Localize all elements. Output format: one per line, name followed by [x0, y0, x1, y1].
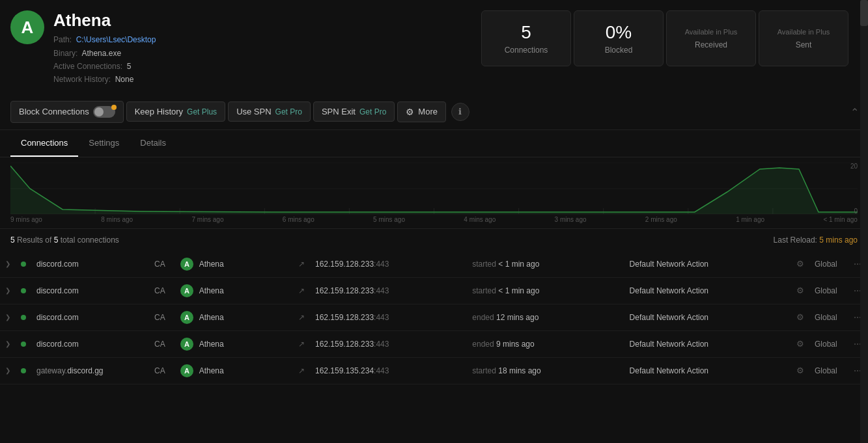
- event-cell: ended 12 mins ago: [467, 304, 624, 330]
- stat-blocked-label: Blocked: [605, 46, 633, 55]
- table-row: ❯ discord.com CA A Athena ↗ 162.159.128.…: [0, 330, 868, 357]
- block-connections-label: Block Connections: [19, 107, 89, 116]
- country-cell: CA: [149, 251, 175, 278]
- scope-cell: Global: [809, 251, 848, 278]
- scrollbar-track[interactable]: [860, 0, 868, 443]
- event-cell: started 18 mins ago: [467, 357, 624, 384]
- ip-cell: 162.159.128.233:443: [310, 304, 467, 330]
- expand-cell[interactable]: ❯: [0, 357, 16, 384]
- spn-exit-label: SPN Exit: [322, 107, 356, 116]
- scope-cell: Global: [809, 357, 848, 384]
- ip-address: 162.159.128.233: [315, 260, 374, 269]
- expand-cell[interactable]: ❯: [0, 277, 16, 304]
- app-header: A Athena Path: C:\Users\Lsec\Desktop Bin…: [0, 0, 868, 94]
- domain-cell: discord.com: [31, 251, 149, 278]
- chart-label-9: 9 mins ago: [10, 216, 42, 223]
- expand-cell[interactable]: ❯: [0, 304, 16, 330]
- domain-cell: gateway.discord.gg: [31, 357, 149, 384]
- expand-cell[interactable]: ❯: [0, 251, 16, 278]
- tab-settings[interactable]: Settings: [78, 130, 130, 157]
- action-text: Default Network Action: [630, 340, 708, 349]
- connections-table: ❯ discord.com CA A Athena ↗ 162.159.128.…: [0, 251, 868, 384]
- ip-cell: 162.159.128.233:443: [310, 277, 467, 304]
- table-row: ❯ discord.com CA A Athena ↗ 162.159.128.…: [0, 304, 868, 330]
- port: :443: [374, 340, 389, 349]
- more-button[interactable]: ⚙ More: [397, 101, 446, 122]
- scrollbar-thumb[interactable]: [860, 0, 868, 26]
- use-spn-sub: Get Pro: [275, 107, 302, 116]
- chart-label-1: 1 min ago: [736, 216, 764, 223]
- action-text: Default Network Action: [630, 366, 708, 375]
- status-cell: [16, 357, 31, 384]
- country-cell: CA: [149, 330, 175, 357]
- table-row: ❯ discord.com CA A Athena ↗ 162.159.128.…: [0, 251, 868, 278]
- settings-cell[interactable]: ⚙: [791, 357, 809, 384]
- scope-cell: Global: [809, 304, 848, 330]
- process-cell: A Athena: [175, 277, 293, 304]
- settings-cell[interactable]: ⚙: [791, 330, 809, 357]
- status-cell: [16, 304, 31, 330]
- scope-cell: Global: [809, 277, 848, 304]
- port: :443: [374, 366, 389, 375]
- table-row: ❯ discord.com CA A Athena ↗ 162.159.128.…: [0, 277, 868, 304]
- ip-cell: 162.159.128.233:443: [310, 330, 467, 357]
- settings-cell[interactable]: ⚙: [791, 304, 809, 330]
- keep-history-sub: Get Plus: [187, 107, 217, 116]
- chart-x-labels: 9 mins ago 8 mins ago 7 mins ago 6 mins …: [10, 215, 858, 226]
- event-time: 12 mins ago: [496, 313, 539, 322]
- toggle-dot: [111, 105, 117, 110]
- chart-svg: [10, 163, 858, 215]
- chart-label-7: 7 mins ago: [192, 216, 224, 223]
- history-value: None: [115, 75, 134, 84]
- info-icon: ℹ: [458, 107, 462, 116]
- process-name: Athena: [199, 313, 224, 322]
- status-dot: [21, 368, 26, 373]
- domain-cell: discord.com: [31, 304, 149, 330]
- tab-connections[interactable]: Connections: [10, 130, 78, 157]
- connections-label: Active Connections:: [53, 62, 122, 71]
- settings-cell[interactable]: ⚙: [791, 277, 809, 304]
- toolbar: Block Connections Keep History Get Plus …: [0, 94, 868, 130]
- stats-area: 5 Connections 0% Blocked Available in Pl…: [481, 10, 848, 66]
- chart-container: 9 mins ago 8 mins ago 7 mins ago 6 mins …: [0, 157, 868, 229]
- keep-history-button[interactable]: Keep History Get Plus: [126, 101, 225, 122]
- stat-sent: Available in Plus Sent: [759, 10, 848, 66]
- chart-label-5: 5 mins ago: [373, 216, 405, 223]
- info-button[interactable]: ℹ: [451, 103, 469, 121]
- stat-blocked: 0% Blocked: [574, 10, 664, 66]
- collapse-button[interactable]: ⌃: [850, 105, 859, 118]
- process-cell: A Athena: [175, 251, 293, 278]
- arrow-cell: ↗: [293, 357, 310, 384]
- event-time: < 1 min ago: [498, 286, 539, 295]
- status-cell: [16, 251, 31, 278]
- settings-cell[interactable]: ⚙: [791, 251, 809, 278]
- ip-address: 162.159.128.233: [315, 340, 374, 349]
- use-spn-label: Use SPN: [236, 107, 271, 116]
- event-cell: started < 1 min ago: [467, 277, 624, 304]
- spn-exit-button[interactable]: SPN Exit Get Pro: [313, 101, 395, 122]
- tab-details[interactable]: Details: [130, 130, 176, 157]
- ip-cell: 162.159.128.233:443: [310, 251, 467, 278]
- block-connections-toggle[interactable]: Block Connections: [10, 101, 124, 123]
- more-label: More: [418, 107, 438, 116]
- port: :443: [374, 260, 389, 269]
- keep-history-label: Keep History: [135, 107, 183, 116]
- process-cell: A Athena: [175, 330, 293, 357]
- ip-address: 162.159.128.233: [315, 286, 374, 295]
- process-badge: A: [180, 284, 193, 297]
- chart-label-6: 6 mins ago: [283, 216, 315, 223]
- chart-y-labels: 20 0: [850, 163, 858, 215]
- stat-received-plus: Available in Plus: [685, 27, 738, 37]
- status-cell: [16, 277, 31, 304]
- table-row: ❯ gateway.discord.gg CA A Athena ↗ 162.1…: [0, 357, 868, 384]
- arrow-cell: ↗: [293, 277, 310, 304]
- avatar: A: [10, 10, 44, 44]
- toggle-switch[interactable]: [93, 106, 115, 118]
- process-cell: A Athena: [175, 357, 293, 384]
- event-status: ended: [472, 340, 494, 349]
- arrow-cell: ↗: [293, 251, 310, 278]
- stat-blocked-value: 0%: [606, 22, 632, 43]
- country-cell: CA: [149, 304, 175, 330]
- use-spn-button[interactable]: Use SPN Get Pro: [228, 101, 311, 122]
- expand-cell[interactable]: ❯: [0, 330, 16, 357]
